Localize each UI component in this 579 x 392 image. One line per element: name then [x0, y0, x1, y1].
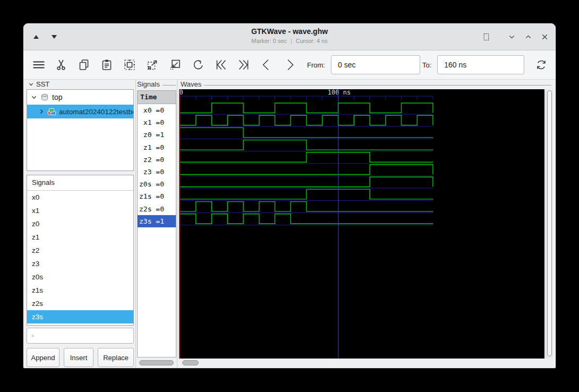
module-icon	[47, 107, 56, 116]
wave-vertical-scrollbar-thumb[interactable]	[547, 90, 552, 356]
signal-list: x0x1z0z1z2z3z0sz1sz2sz3s	[27, 191, 133, 323]
signal-list-item-z1[interactable]: z1	[27, 231, 133, 244]
to-label: To:	[422, 61, 431, 69]
signal-list-item-z3s[interactable]: z3s	[27, 310, 133, 323]
chevron-down-icon	[28, 81, 34, 87]
skip-to-end-button[interactable]	[236, 58, 251, 72]
reload-button[interactable]	[534, 58, 548, 72]
expander-right-icon[interactable]	[38, 108, 45, 115]
gtkwave-window: GTKWave - wave.ghw Marker: 0 sec|Cursor:…	[23, 23, 556, 368]
signals-frame-text: Signals	[137, 80, 160, 88]
to-input[interactable]	[437, 55, 524, 74]
wave-value-row-x1[interactable]: x1 =0	[138, 116, 176, 129]
replace-button[interactable]: Replace	[98, 348, 134, 367]
step-left-button[interactable]	[259, 58, 274, 72]
titlebar-up-icon[interactable]	[33, 35, 39, 39]
cut-icon	[55, 58, 67, 71]
wave-value-row-z1s[interactable]: z1s =0	[138, 190, 176, 202]
names-horizontal-scrollbar[interactable]	[139, 360, 174, 365]
wave-trace-x0	[180, 103, 433, 113]
status-separator: |	[291, 38, 292, 44]
from-input[interactable]	[331, 55, 420, 74]
signal-list-item-x0[interactable]: x0	[27, 191, 133, 204]
copy-icon	[78, 58, 90, 71]
titlebar[interactable]: GTKWave - wave.ghw Marker: 0 sec|Cursor:…	[23, 23, 556, 50]
wave-trace-z1s	[180, 189, 433, 199]
signal-list-item-z0s[interactable]: z0s	[27, 270, 133, 284]
signal-finder-panel: Signals x0x1z0z1z2z3z0sz1sz2sz3s	[27, 175, 134, 326]
tree-item-automat20240122testbe[interactable]: automat20240122testbe	[27, 105, 133, 118]
search-icon	[31, 331, 35, 340]
wave-trace-z2	[180, 152, 433, 163]
wave-canvas[interactable]: 0100 ns	[179, 89, 544, 359]
wave-value-row-z3[interactable]: z3 =0	[138, 166, 176, 178]
step-right-button[interactable]	[282, 58, 296, 72]
wave-trace-z3	[180, 165, 433, 175]
from-label: From:	[307, 61, 325, 69]
copy-button[interactable]	[76, 58, 91, 72]
insert-button[interactable]: Insert	[64, 348, 93, 367]
paste-button[interactable]	[99, 58, 114, 72]
wave-value-row-x0[interactable]: x0 =0	[138, 104, 176, 116]
titlebar-down-icon[interactable]	[52, 35, 57, 39]
time-header[interactable]: Time	[138, 91, 176, 104]
window-title: GTKWave - wave.ghw	[23, 27, 556, 36]
chevron-up-icon[interactable]	[524, 32, 533, 41]
zoom-in-icon	[146, 58, 159, 71]
wave-value-row-z2[interactable]: z2 =0	[138, 154, 176, 166]
finder-buttons: Append Insert Replace	[27, 348, 134, 367]
wave-trace-z2s	[180, 202, 433, 212]
tree-item-label: automat20240122testbe	[59, 108, 133, 116]
sst-tree[interactable]: top automat20240122testbe	[27, 89, 134, 171]
waves-frame-label: Waves	[181, 80, 551, 88]
append-button[interactable]: Append	[27, 348, 59, 367]
signal-list-item-z0[interactable]: z0	[27, 217, 133, 231]
main-content: SST top automat20240122testbe Signals x0…	[23, 79, 556, 368]
skip-to-end-icon	[237, 58, 250, 71]
zoom-fit-icon	[123, 58, 136, 71]
svg-text:100 ns: 100 ns	[328, 89, 351, 96]
sst-header[interactable]: SST	[28, 80, 49, 88]
wave-trace-z1	[180, 140, 433, 150]
marker-status: Marker: 0 sec	[251, 38, 287, 44]
signal-list-item-z2[interactable]: z2	[27, 244, 133, 257]
paste-icon	[100, 58, 113, 71]
search-box[interactable]	[27, 328, 134, 344]
wave-value-row-z2s[interactable]: z2s =0	[138, 203, 176, 215]
wave-value-row-z0s[interactable]: z0s =0	[138, 178, 176, 190]
pane-divider-right[interactable]	[177, 79, 177, 368]
signal-list-item-x1[interactable]: x1	[27, 204, 133, 217]
desktop-background: GTKWave - wave.ghw Marker: 0 sec|Cursor:…	[0, 0, 579, 392]
menu-button[interactable]	[31, 58, 45, 72]
wave-vertical-scrollbar[interactable]	[546, 89, 553, 359]
zoom-in-button[interactable]	[145, 58, 159, 72]
undo-icon	[192, 58, 205, 71]
wave-value-row-z3s[interactable]: z3s =1	[138, 215, 176, 227]
signal-list-item-z3[interactable]: z3	[27, 257, 133, 270]
waves-frame-text: Waves	[181, 80, 201, 88]
reload-icon	[535, 58, 548, 71]
zoom-fit-button[interactable]	[122, 58, 137, 72]
close-icon[interactable]	[540, 32, 549, 41]
toolbar: From: To:	[23, 50, 556, 80]
zoom-out-icon	[169, 58, 182, 71]
tree-item-top[interactable]: top	[27, 90, 133, 105]
fit-window-icon[interactable]	[482, 32, 491, 41]
signal-list-item-z1s[interactable]: z1s	[27, 284, 133, 297]
cursor-status: Cursor: 4 ns	[296, 38, 328, 44]
undo-button[interactable]	[191, 58, 205, 72]
wave-value-row-z1[interactable]: z1 =0	[138, 141, 176, 154]
signal-list-item-z2s[interactable]: z2s	[27, 297, 133, 310]
sst-label: SST	[36, 80, 49, 88]
chevron-down-icon[interactable]	[507, 32, 516, 41]
search-input[interactable]	[38, 328, 133, 344]
wave-trace-z0	[180, 127, 433, 138]
skip-to-start-button[interactable]	[214, 58, 228, 72]
cut-button[interactable]	[54, 58, 68, 72]
expander-down-icon[interactable]	[31, 94, 37, 100]
wave-horizontal-scrollbar-thumb[interactable]	[182, 360, 199, 365]
zoom-out-button[interactable]	[168, 58, 182, 72]
menu-icon	[32, 58, 45, 71]
wave-value-row-z0[interactable]: z0 =1	[138, 129, 176, 141]
pane-divider-left[interactable]	[135, 79, 136, 368]
